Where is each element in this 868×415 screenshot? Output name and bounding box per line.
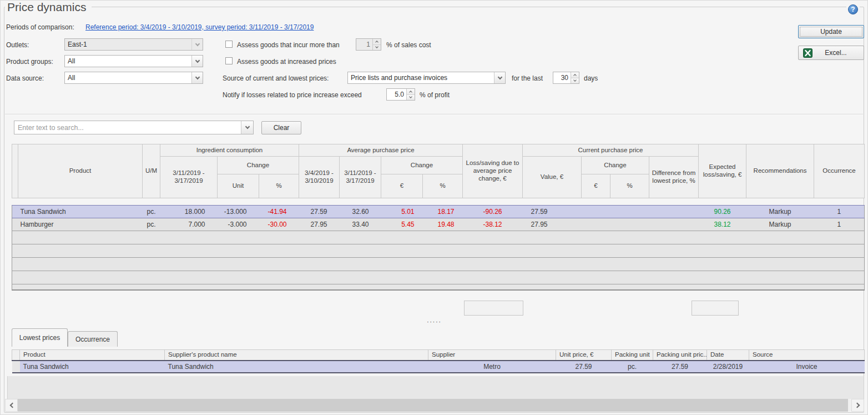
col-header-supplier[interactable]: Supplier bbox=[428, 350, 556, 361]
cell-expected-loss-saving[interactable]: 38.12 bbox=[699, 218, 746, 231]
cell-recommendation[interactable]: Markup bbox=[746, 206, 814, 218]
col-header-current-value[interactable]: Value, € bbox=[523, 157, 582, 198]
col-header-current-change-pct[interactable]: % bbox=[610, 174, 649, 198]
col-header-expected-loss-saving[interactable]: Expected loss/saving, € bbox=[699, 144, 746, 198]
col-header-avg-change-eur[interactable]: € bbox=[381, 174, 423, 198]
col-header-product[interactable]: Product bbox=[20, 350, 165, 361]
cell-consumption[interactable]: 7.000 bbox=[160, 218, 218, 231]
product-groups-dropdown-button[interactable] bbox=[191, 56, 203, 67]
cell-source[interactable]: Invoice bbox=[749, 361, 865, 373]
col-header-occurrence[interactable]: Occurrence bbox=[814, 144, 865, 198]
data-source-select[interactable]: All bbox=[64, 72, 203, 84]
col-header-avg-change-pct[interactable]: % bbox=[423, 174, 463, 198]
periods-of-comparison-link[interactable]: Reference period: 3/4/2019 - 3/10/2019, … bbox=[85, 23, 314, 31]
tab-occurrence[interactable]: Occurrence bbox=[68, 331, 118, 347]
cell-recommendation[interactable]: Markup bbox=[746, 218, 814, 231]
group-header-current-purchase-price[interactable]: Current purchase price bbox=[523, 144, 699, 157]
data-source-dropdown-button[interactable] bbox=[191, 72, 203, 83]
cell-consumption-change-pct[interactable]: -41.94 bbox=[259, 206, 299, 218]
col-header-um[interactable]: U/M bbox=[143, 144, 160, 198]
clear-button[interactable]: Clear bbox=[261, 121, 301, 134]
spin-down-icon[interactable] bbox=[407, 94, 415, 101]
product-groups-select[interactable]: All bbox=[64, 55, 203, 67]
cell-um[interactable]: pc. bbox=[143, 206, 160, 218]
cell-consumption-change-unit[interactable]: -3.000 bbox=[218, 218, 259, 231]
col-header-consumption-survey-period[interactable]: 3/11/2019 - 3/17/2019 bbox=[160, 157, 218, 198]
cell-avg-change-pct[interactable]: 18.17 bbox=[423, 206, 463, 218]
cell-current-change-eur[interactable] bbox=[582, 206, 610, 218]
assess-cost-checkbox[interactable] bbox=[225, 41, 233, 48]
col-header-packing-unit-price[interactable]: Packing unit pric... bbox=[653, 350, 707, 361]
col-header-avg-survey-period[interactable]: 3/11/2019 - 3/17/2019 bbox=[340, 157, 381, 198]
col-header-consumption-change-pct[interactable]: % bbox=[259, 174, 299, 198]
cell-current-change-pct[interactable] bbox=[610, 206, 649, 218]
cell-product[interactable]: Tuna Sandwich bbox=[20, 361, 165, 373]
col-header-supplier-product-name[interactable]: Supplier's product name bbox=[165, 350, 428, 361]
spin-up-icon[interactable] bbox=[373, 39, 381, 44]
cell-loss-saving-avg[interactable]: -90.26 bbox=[463, 206, 523, 218]
cell-product[interactable]: Hamburger bbox=[18, 218, 143, 231]
cell-occurrence[interactable]: 1 bbox=[814, 218, 865, 231]
cell-consumption-change-pct[interactable]: -30.00 bbox=[259, 218, 299, 231]
col-header-unit-price[interactable]: Unit price, € bbox=[556, 350, 612, 361]
horizontal-scrollbar[interactable] bbox=[5, 399, 864, 412]
scroll-left-button[interactable] bbox=[5, 399, 18, 412]
col-header-loss-saving-avg[interactable]: Loss/saving due to average price change,… bbox=[463, 144, 523, 198]
cell-expected-loss-saving[interactable]: 90.26 bbox=[699, 206, 746, 218]
cell-avg-price-survey[interactable]: 33.40 bbox=[340, 218, 381, 231]
cell-current-value[interactable]: 27.59 bbox=[523, 206, 582, 218]
table-row[interactable]: Hamburger pc. 7.000 -3.000 -30.00 27.95 … bbox=[12, 218, 865, 231]
cell-avg-price-ref[interactable]: 27.59 bbox=[299, 206, 340, 218]
col-header-packing-unit[interactable]: Packing unit bbox=[612, 350, 653, 361]
group-header-avg-change[interactable]: Change bbox=[381, 157, 463, 174]
cell-avg-price-ref[interactable]: 27.95 bbox=[299, 218, 340, 231]
col-header-product[interactable]: Product bbox=[18, 144, 143, 198]
cell-packing-unit-price[interactable]: 27.59 bbox=[653, 361, 707, 373]
group-header-average-purchase-price[interactable]: Average purchase price bbox=[299, 144, 463, 157]
cell-diff-lowest[interactable] bbox=[649, 206, 699, 218]
col-header-recommendations[interactable]: Recommendations bbox=[746, 144, 814, 198]
spin-up-icon[interactable] bbox=[571, 72, 579, 78]
tab-lowest-prices[interactable]: Lowest prices bbox=[12, 328, 68, 347]
cell-consumption-change-unit[interactable]: -13.000 bbox=[218, 206, 259, 218]
sales-cost-spinner[interactable]: 1 bbox=[356, 38, 381, 51]
price-source-select[interactable]: Price lists and purchase invoices bbox=[347, 72, 506, 84]
cell-avg-change-pct[interactable]: 19.48 bbox=[423, 218, 463, 231]
scrollbar-thumb[interactable] bbox=[18, 399, 848, 412]
excel-button[interactable]: Excel... bbox=[798, 46, 864, 60]
col-header-avg-ref-period[interactable]: 3/4/2019 - 3/10/2019 bbox=[299, 157, 340, 198]
col-header-date[interactable]: Date bbox=[707, 350, 749, 361]
col-header-source[interactable]: Source bbox=[749, 350, 865, 361]
notify-spinner[interactable]: 5.0 bbox=[386, 88, 415, 101]
col-header-consumption-change-unit[interactable]: Unit bbox=[218, 174, 259, 198]
cell-occurrence[interactable]: 1 bbox=[814, 206, 865, 218]
spin-down-icon[interactable] bbox=[373, 44, 381, 51]
days-spinner[interactable]: 30 bbox=[553, 72, 579, 84]
group-header-current-change[interactable]: Change bbox=[582, 157, 649, 174]
table-row[interactable]: Tuna Sandwich Tuna Sandwich Metro 27.59 … bbox=[12, 361, 865, 373]
search-dropdown-button[interactable] bbox=[241, 121, 253, 134]
splitter-handle[interactable]: ····· bbox=[5, 318, 863, 326]
cell-avg-change-eur[interactable]: 5.45 bbox=[381, 218, 423, 231]
cell-supplier[interactable]: Metro bbox=[428, 361, 556, 373]
group-header-ingredient-consumption[interactable]: Ingredient consumption bbox=[160, 144, 299, 157]
cell-current-change-eur[interactable] bbox=[582, 218, 610, 231]
spin-down-icon[interactable] bbox=[571, 78, 579, 84]
spin-up-icon[interactable] bbox=[407, 89, 415, 94]
outlets-dropdown-button[interactable] bbox=[191, 39, 203, 50]
update-button[interactable]: Update bbox=[798, 25, 864, 38]
outlets-select[interactable]: East-1 bbox=[64, 38, 203, 51]
assess-increased-checkbox[interactable] bbox=[225, 57, 233, 64]
cell-current-value[interactable]: 27.95 bbox=[523, 218, 582, 231]
scroll-right-button[interactable] bbox=[851, 399, 864, 412]
price-source-dropdown-button[interactable] bbox=[494, 72, 505, 83]
cell-unit-price[interactable]: 27.59 bbox=[556, 361, 612, 373]
search-input[interactable] bbox=[14, 121, 241, 134]
col-header-current-change-eur[interactable]: € bbox=[582, 174, 610, 198]
cell-um[interactable]: pc. bbox=[143, 218, 160, 231]
help-icon[interactable]: ? bbox=[846, 3, 860, 16]
table-row[interactable]: Tuna Sandwich pc. 18.000 -13.000 -41.94 … bbox=[12, 206, 865, 218]
group-header-consumption-change[interactable]: Change bbox=[218, 157, 299, 174]
cell-diff-lowest[interactable] bbox=[649, 218, 699, 231]
cell-loss-saving-avg[interactable]: -38.12 bbox=[463, 218, 523, 231]
